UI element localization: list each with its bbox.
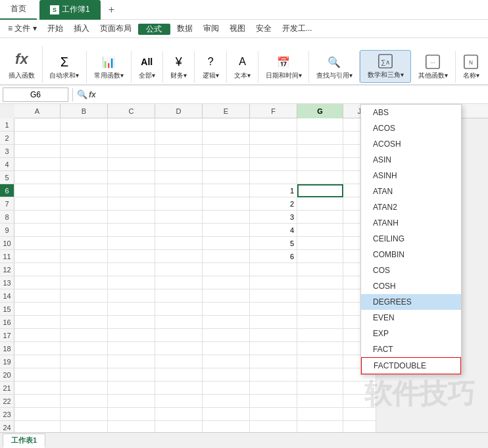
cell-d2[interactable] <box>155 132 203 145</box>
cell-d16[interactable] <box>155 316 203 329</box>
cell-d11[interactable] <box>155 250 203 263</box>
dropdown-item-asin[interactable]: ASIN <box>361 152 461 168</box>
home-tab[interactable]: 首页 <box>0 0 37 20</box>
cell-g15[interactable] <box>297 303 343 316</box>
cell-g16[interactable] <box>297 316 343 329</box>
cell-d18[interactable] <box>155 342 203 355</box>
cell-f10[interactable]: 5 <box>250 237 297 250</box>
cell-d21[interactable] <box>155 382 203 395</box>
cell-e1[interactable] <box>203 118 250 132</box>
cell-a7[interactable] <box>14 197 61 211</box>
cell-g7[interactable] <box>297 197 343 211</box>
row-header-2[interactable]: 2 <box>0 132 14 145</box>
cell-j22[interactable] <box>343 395 376 408</box>
cell-e9[interactable] <box>203 224 250 237</box>
cell-g22[interactable] <box>297 395 343 408</box>
cell-e13[interactable] <box>203 276 250 289</box>
logic-button[interactable]: ? 逻辑▾ <box>200 53 222 82</box>
cell-f14[interactable] <box>250 289 297 303</box>
cell-a5[interactable] <box>14 171 61 184</box>
text-button[interactable]: A 文本▾ <box>232 53 253 82</box>
cell-g12[interactable] <box>297 263 343 276</box>
cell-g24[interactable] <box>297 421 343 432</box>
cell-g13[interactable] <box>297 276 343 289</box>
cell-b8[interactable] <box>61 211 108 224</box>
dropdown-item-cosh[interactable]: COSH <box>361 278 461 294</box>
cell-c6[interactable] <box>108 184 155 197</box>
cell-a9[interactable] <box>14 224 61 237</box>
dropdown-item-cos[interactable]: COS <box>361 262 461 278</box>
cell-g20[interactable] <box>297 368 343 382</box>
cell-f8[interactable]: 3 <box>250 211 297 224</box>
cell-d8[interactable] <box>155 211 203 224</box>
dropdown-item-atanh[interactable]: ATANH <box>361 215 461 231</box>
row-header-9[interactable]: 9 <box>0 224 14 237</box>
cell-e5[interactable] <box>203 171 250 184</box>
cell-f16[interactable] <box>250 316 297 329</box>
cell-d19[interactable] <box>155 355 203 368</box>
cell-a19[interactable] <box>14 355 61 368</box>
cell-c23[interactable] <box>108 408 155 421</box>
cell-c2[interactable] <box>108 132 155 145</box>
cell-e10[interactable] <box>203 237 250 250</box>
cell-c22[interactable] <box>108 395 155 408</box>
cell-d9[interactable] <box>155 224 203 237</box>
cell-g5[interactable] <box>297 171 343 184</box>
cell-e19[interactable] <box>203 355 250 368</box>
cell-d7[interactable] <box>155 197 203 211</box>
col-header-a[interactable]: A <box>14 104 61 118</box>
cell-a4[interactable] <box>14 158 61 171</box>
row-header-18[interactable]: 18 <box>0 342 14 355</box>
cell-e2[interactable] <box>203 132 250 145</box>
cell-b1[interactable] <box>61 118 108 132</box>
cell-e17[interactable] <box>203 329 250 342</box>
menu-view[interactable]: 视图 <box>224 22 251 36</box>
cell-c5[interactable] <box>108 171 155 184</box>
cell-e8[interactable] <box>203 211 250 224</box>
row-header-14[interactable]: 14 <box>0 289 14 303</box>
cell-f18[interactable] <box>250 342 297 355</box>
cell-b2[interactable] <box>61 132 108 145</box>
cell-b18[interactable] <box>61 342 108 355</box>
cell-d14[interactable] <box>155 289 203 303</box>
row-header-17[interactable]: 17 <box>0 329 14 342</box>
dropdown-item-atan[interactable]: ATAN <box>361 184 461 199</box>
dropdown-item-abs[interactable]: ABS <box>361 105 461 120</box>
row-header-16[interactable]: 16 <box>0 316 14 329</box>
cell-a12[interactable] <box>14 263 61 276</box>
cell-f3[interactable] <box>250 145 297 158</box>
cell-b17[interactable] <box>61 329 108 342</box>
lookup-button[interactable]: 🔍 查找与引用▾ <box>314 53 355 82</box>
dropdown-item-fact[interactable]: FACT <box>361 341 461 357</box>
cell-a1[interactable] <box>14 118 61 132</box>
cell-a17[interactable] <box>14 329 61 342</box>
row-header-20[interactable]: 20 <box>0 368 14 382</box>
cell-a21[interactable] <box>14 382 61 395</box>
cell-b24[interactable] <box>61 421 108 432</box>
cell-b5[interactable] <box>61 171 108 184</box>
col-header-c[interactable]: C <box>108 104 155 118</box>
cell-a22[interactable] <box>14 395 61 408</box>
menu-dev[interactable]: 开发工... <box>277 22 318 36</box>
cell-c19[interactable] <box>108 355 155 368</box>
row-header-7[interactable]: 7 <box>0 197 14 211</box>
dropdown-item-factdouble[interactable]: FACTDOUBLE <box>361 357 461 374</box>
sheet-tab-1[interactable]: 工作表1 <box>3 434 45 448</box>
row-header-3[interactable]: 3 <box>0 145 14 158</box>
common-func-button[interactable]: 📊 常用函数▾ <box>91 53 126 82</box>
cell-d13[interactable] <box>155 276 203 289</box>
cell-f4[interactable] <box>250 158 297 171</box>
cell-d10[interactable] <box>155 237 203 250</box>
cell-j23[interactable] <box>343 408 376 421</box>
cell-j24[interactable] <box>343 421 376 432</box>
cell-a14[interactable] <box>14 289 61 303</box>
row-header-8[interactable]: 8 <box>0 211 14 224</box>
cell-f21[interactable] <box>250 382 297 395</box>
cell-b11[interactable] <box>61 250 108 263</box>
workbook-tab[interactable]: S 工作簿1 <box>39 0 101 20</box>
cell-a16[interactable] <box>14 316 61 329</box>
cell-g9[interactable] <box>297 224 343 237</box>
cell-c9[interactable] <box>108 224 155 237</box>
cell-c1[interactable] <box>108 118 155 132</box>
cell-f13[interactable] <box>250 276 297 289</box>
